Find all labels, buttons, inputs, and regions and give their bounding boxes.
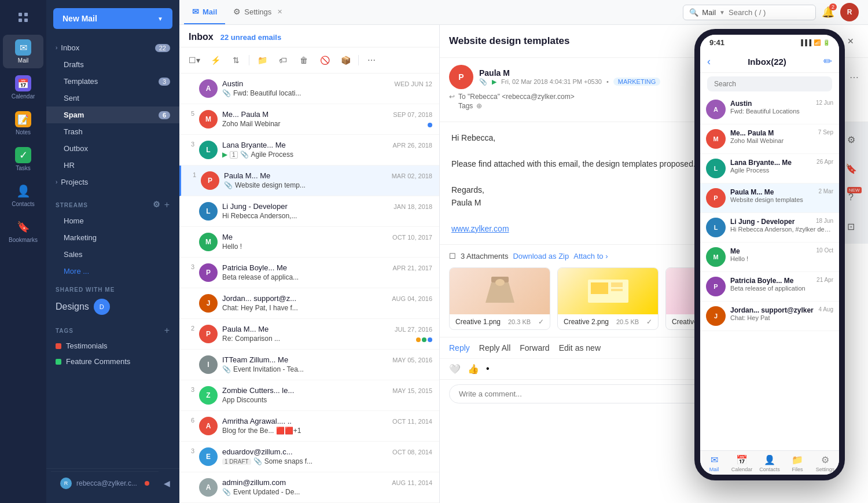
phone-list-item[interactable]: P Patricia Boyle... Me 21 Apr Beta relea…: [700, 272, 839, 302]
phone-list-item[interactable]: L Lana Bryante... Me 26 Apr Agile Proces…: [700, 154, 839, 183]
table-row[interactable]: I ITTeam Zillum... Me MAY 05, 2016 📎Even…: [179, 350, 439, 380]
filter-button[interactable]: ⚡: [207, 52, 223, 68]
sender-name: Paula M... Me: [222, 325, 269, 333]
table-row[interactable]: 2 P Paula M... Me JUL 27, 2016 Re: Compa…: [179, 319, 439, 350]
attach-to-link[interactable]: Attach to ›: [573, 252, 608, 260]
thumbsup-emoji[interactable]: 👍: [468, 364, 479, 375]
sidebar-icon-contacts[interactable]: 👤 Contacts: [3, 178, 43, 212]
new-mail-dropdown-icon[interactable]: ▼: [157, 16, 163, 22]
table-row[interactable]: M Me OCT 10, 2017 Hello !: [179, 227, 439, 258]
sidebar-icon-notes[interactable]: 📝 Notes: [3, 107, 43, 140]
sidebar-item-templates[interactable]: Templates 3: [46, 73, 179, 90]
sidebar-item-hr[interactable]: HR: [46, 157, 179, 174]
tags-add-icon[interactable]: ⊕: [476, 102, 482, 110]
sidebar-item-sent[interactable]: Sent: [46, 90, 179, 107]
phone-list-item[interactable]: L Li Jung - Developer 18 Jun Hi Rebecca …: [700, 213, 839, 243]
more-meta-options-icon[interactable]: ⋯: [849, 72, 859, 83]
archive-button[interactable]: 📦: [337, 52, 354, 68]
phone-nav-mail[interactable]: ✉ Mail: [700, 454, 728, 472]
notification-button[interactable]: 🔔 2: [822, 6, 834, 19]
sidebar-item-testimonials[interactable]: Testimonials: [46, 338, 179, 354]
phone-compose-button[interactable]: ✏: [823, 55, 832, 68]
download-zip-link[interactable]: Download as Zip: [513, 252, 569, 260]
heart-emoji[interactable]: 🤍: [449, 364, 461, 375]
delete-button[interactable]: 🗑: [296, 52, 312, 68]
attachment-item[interactable]: Creative 2.png 20.5 KB ✓: [557, 267, 659, 330]
sidebar-item-inbox[interactable]: › Inbox 22: [46, 39, 179, 56]
sidebar-item-feature-comments[interactable]: Feature Comments: [46, 354, 179, 369]
table-row[interactable]: 3 E eduardov@zillum.c... OCT 08, 2014 1 …: [179, 442, 439, 472]
table-row[interactable]: 3 P Patricia Boyle... Me APR 21, 2017 Be…: [179, 258, 439, 288]
phone-list-item[interactable]: M Me... Paula M 7 Sep Zoho Mail Webinar: [700, 124, 839, 154]
table-row[interactable]: A Austin WED JUN 12 📎Fwd: Beautiful loca…: [179, 74, 439, 104]
sidebar-item-spam[interactable]: Spam 6: [46, 107, 179, 123]
phone-list-item[interactable]: P Paula M... Me 2 Mar Website design tem…: [700, 183, 839, 213]
attachment-size: 20.3 KB: [508, 318, 531, 325]
plus-emoji[interactable]: •: [486, 364, 490, 375]
folder-button[interactable]: 📁: [254, 52, 270, 68]
app-grid-button[interactable]: [13, 7, 34, 28]
phone-list-item[interactable]: A Austin 12 Jun Fwd: Beautiful Locations: [700, 95, 839, 124]
website-link[interactable]: www.zylker.com: [451, 224, 509, 233]
forward-button[interactable]: Forward: [520, 343, 549, 353]
tag-button[interactable]: 🏷: [275, 52, 291, 68]
attachment-verify-icon[interactable]: ✓: [646, 318, 652, 326]
close-detail-icon[interactable]: ✕: [843, 33, 859, 49]
table-row[interactable]: 6 A Amritha Agrawal.... .. OCT 11, 2014 …: [179, 411, 439, 442]
phone-nav-contacts[interactable]: 👤 Contacts: [756, 454, 784, 472]
reply-all-button[interactable]: Reply All: [479, 343, 510, 353]
tab-settings[interactable]: ⚙ Settings ✕: [225, 0, 290, 24]
sort-button[interactable]: ⇅: [228, 52, 244, 68]
select-all-button[interactable]: ☐▾: [186, 52, 203, 68]
sidebar-item-sales[interactable]: Sales: [46, 246, 179, 263]
phone-list-item[interactable]: J Jordan... support@zylker 4 Aug Chat: H…: [700, 302, 839, 331]
table-row[interactable]: A admin@zillum.com AUG 11, 2014 📎Event U…: [179, 472, 439, 503]
sidebar-item-home[interactable]: Home: [46, 212, 179, 229]
tags-add-icon[interactable]: +: [164, 325, 170, 336]
table-row[interactable]: J Jordan... support@z... AUG 04, 2016 Ch…: [179, 288, 439, 319]
phone-nav-calendar[interactable]: 📅 Calendar: [728, 454, 756, 472]
sidebar-item-drafts[interactable]: Drafts: [46, 56, 179, 73]
new-mail-button[interactable]: New Mail ▼: [53, 8, 172, 29]
phone-nav-settings[interactable]: ⚙ Settings: [811, 454, 839, 472]
sidebar-item-trash[interactable]: Trash: [46, 123, 179, 140]
block-button[interactable]: 🚫: [317, 52, 333, 68]
sidebar-item-projects[interactable]: › Projects: [46, 174, 179, 190]
phone-nav-files[interactable]: 📁 Files: [784, 454, 811, 472]
sidebar-collapse-button[interactable]: ◀: [159, 475, 175, 491]
sidebar-item-marketing[interactable]: Marketing: [46, 229, 179, 246]
table-row[interactable]: 3 Z Zombie Cutters... le... MAY 15, 2015…: [179, 380, 439, 411]
more-options-button[interactable]: ⋯: [363, 52, 380, 68]
user-avatar[interactable]: R: [840, 3, 859, 21]
attachment-item[interactable]: Creative 1.png 20.3 KB ✓: [449, 267, 550, 330]
sidebar-icon-bookmarks[interactable]: 🔖 Bookmarks: [3, 214, 43, 248]
sidebar-item-designs[interactable]: Designs D: [46, 295, 179, 318]
edit-as-new-button[interactable]: Edit as new: [559, 343, 601, 353]
email-subject: Re: Comparison ...: [222, 335, 432, 343]
table-row[interactable]: 5 M Me... Paula M SEP 07, 2018 Zoho Mail…: [179, 104, 439, 135]
sidebar-icon-mail[interactable]: ✉ Mail: [3, 35, 43, 68]
global-search-bar[interactable]: 🔍 Mail ▼: [683, 5, 816, 20]
sidebar-footer[interactable]: R rebecca@zylker.c...: [51, 471, 159, 495]
attach-checkbox-icon[interactable]: ☐: [449, 252, 456, 260]
sidebar-icon-calendar[interactable]: 📅 Calendar: [3, 71, 43, 104]
streams-config-icon[interactable]: ⚙: [153, 200, 161, 210]
table-row[interactable]: 1 P Paula M... Me MAR 02, 2018 📎Website …: [179, 166, 439, 196]
more-label: More ...: [56, 267, 170, 276]
reply-button[interactable]: Reply: [449, 343, 470, 353]
phone-list-item[interactable]: M Me 10 Oct Hello !: [700, 243, 839, 272]
attachment-verify-icon[interactable]: ✓: [538, 318, 544, 326]
table-row[interactable]: 3 L Lana Bryante... Me APR 26, 2018 ▶ 1 …: [179, 135, 439, 166]
email-date: OCT 11, 2014: [392, 418, 432, 425]
sidebar-item-more[interactable]: More ...: [46, 263, 179, 280]
close-settings-tab-icon[interactable]: ✕: [277, 8, 282, 16]
search-input[interactable]: [729, 8, 810, 17]
table-row[interactable]: L Li Jung - Developer JAN 18, 2018 Hi Re…: [179, 196, 439, 227]
phone-search-input[interactable]: [707, 76, 832, 91]
sidebar-item-outbox[interactable]: Outbox: [46, 140, 179, 157]
streams-add-icon[interactable]: +: [164, 200, 170, 210]
sidebar-icon-tasks[interactable]: ✓ Tasks: [3, 142, 43, 176]
main-nav-section: › Inbox 22 Drafts Templates 3 Sent Spam …: [46, 37, 179, 193]
tab-mail[interactable]: ✉ Mail: [184, 0, 225, 24]
email-toolbar: ☐▾ ⚡ ⇅ 📁 🏷 🗑 🚫: [179, 47, 439, 74]
